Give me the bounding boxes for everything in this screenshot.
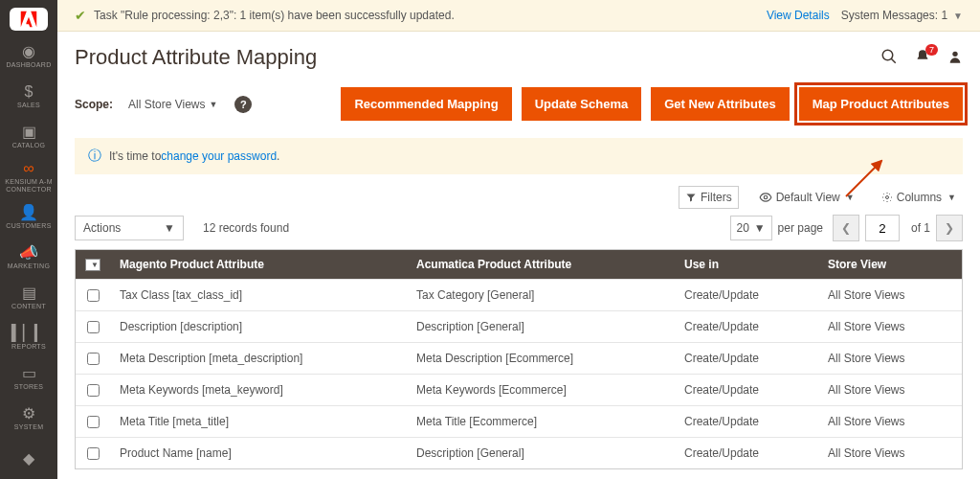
nav-label: SALES [17,102,40,109]
col-use-in[interactable]: Use in [675,250,818,279]
account-icon[interactable] [947,49,963,67]
change-password-link[interactable]: change your password [161,149,277,163]
nav-icon: ▭ [22,366,36,381]
columns-dropdown[interactable]: Columns▼ [875,186,963,209]
scope-label: Scope: [75,98,113,111]
cell-use-in: Create/Update [675,343,818,374]
map-product-attributes-button[interactable]: Map Product Attributes [799,87,963,121]
per-page-select[interactable]: 20▼ [730,216,772,240]
nav-icon: 👤 [19,205,38,220]
cell-acumatica: Meta Description [Ecommerce] [407,343,675,374]
default-view-dropdown[interactable]: Default View▼ [752,186,861,209]
caret-down-icon: ▼ [164,221,175,235]
row-checkbox[interactable] [87,321,100,333]
per-page-label: per page [778,221,823,235]
nav-label: STORES [14,383,43,391]
svg-line-1 [891,58,896,63]
recommended-mapping-button[interactable]: Recommended Mapping [341,87,511,121]
col-acumatica-attribute[interactable]: Acumatica Product Attribute [407,250,675,279]
page-number-input[interactable] [865,215,900,241]
nav-icon: ◉ [22,44,35,59]
actions-dropdown[interactable]: Actions▼ [75,216,184,240]
col-store-view[interactable]: Store View [818,250,962,279]
nav-kensium-a-m-connector[interactable]: ∞KENSIUM A-M CONNECTOR [0,157,57,197]
table-row: Meta Keywords [meta_keyword]Meta Keyword… [76,374,962,405]
row-checkbox[interactable] [87,289,100,302]
cell-magento: Meta Description [meta_description] [110,343,407,374]
notification-badge: 7 [925,44,938,57]
nav-customers[interactable]: 👤CUSTOMERS [0,197,57,238]
cell-acumatica: Description [General] [407,438,675,468]
filters-button[interactable]: Filters [679,186,739,209]
info-icon: ⓘ [88,148,101,165]
check-icon: ✔ [75,8,86,23]
col-magento-attribute[interactable]: Magento Product Attribute [110,250,407,279]
nav-item[interactable]: ◆ [0,439,57,479]
table-row: Meta Title [meta_title]Meta Title [Ecomm… [76,405,962,437]
help-icon[interactable]: ? [234,96,252,113]
nav-label: CATALOG [12,142,46,149]
grid-bar: Actions▼ 12 records found 20▼ per page ❮… [57,215,980,249]
cell-magento: Meta Keywords [meta_keyword] [110,375,407,405]
row-checkbox[interactable] [87,447,100,460]
nav-label: CUSTOMERS [6,222,51,230]
row-checkbox[interactable] [87,416,100,428]
nav-stores[interactable]: ▭STORES [0,358,57,399]
cell-acumatica: Tax Category [General] [407,280,675,310]
records-found: 12 records found [203,221,289,235]
row-checkbox[interactable] [87,384,100,397]
cell-magento: Description [description] [110,311,407,342]
grid-controls: Filters Default View▼ Columns▼ [57,186,980,215]
nav-reports[interactable]: ▍▏▎REPORTS [0,318,57,358]
admin-sidebar: ◉DASHBOARD$SALES▣CATALOG∞KENSIUM A-M CON… [0,0,57,479]
cell-store-view: All Store Views [818,343,962,374]
table-row: Meta Description [meta_description]Meta … [76,342,962,374]
cell-use-in: Create/Update [675,280,818,310]
svg-point-2 [952,51,957,56]
update-schema-button[interactable]: Update Schema [522,87,642,121]
notifications-icon[interactable]: 7 [915,49,930,67]
table-row: Tax Class [tax_class_id]Tax Category [Ge… [76,279,962,310]
info-alert: ⓘ It's time to change your password . [75,138,963,174]
svg-point-3 [764,195,768,199]
nav-sales[interactable]: $SALES [0,77,57,117]
row-checkbox[interactable] [87,353,100,365]
page-of-label: of 1 [911,221,930,235]
next-page-button[interactable]: ❯ [936,215,963,241]
select-all-checkbox[interactable]: ▼ [76,250,110,279]
nav-label: SYSTEM [14,423,44,431]
page-title: Product Attribute Mapping [75,45,880,70]
svg-point-4 [885,196,888,199]
nav-marketing[interactable]: 📣MARKETING [0,238,57,278]
nav-dashboard[interactable]: ◉DASHBOARD [0,36,57,77]
cell-store-view: All Store Views [818,280,962,310]
nav-icon: 📣 [19,245,38,261]
alert-text: Task "Rule processing: 2,3": 1 item(s) h… [94,9,455,22]
nav-label: CONTENT [11,303,46,310]
nav-system[interactable]: ⚙SYSTEM [0,399,57,439]
adobe-logo[interactable] [10,8,48,31]
page-header: Product Attribute Mapping 7 [57,32,980,80]
cell-acumatica: Meta Title [Ecommerce] [407,406,675,437]
chevron-down-icon: ▼ [953,11,963,21]
view-details-link[interactable]: View Details [767,9,830,22]
prev-page-button[interactable]: ❮ [833,215,859,241]
nav-label: DASHBOARD [6,61,51,69]
cell-use-in: Create/Update [675,375,818,405]
nav-icon: ▤ [22,285,36,301]
nav-catalog[interactable]: ▣CATALOG [0,117,57,157]
cell-use-in: Create/Update [675,406,818,437]
scope-selector[interactable]: All Store Views▼ [128,98,217,111]
nav-content[interactable]: ▤CONTENT [0,278,57,318]
nav-icon: ◆ [23,451,34,467]
page-toolbar: Scope: All Store Views▼ ? Recommended Ma… [57,80,980,138]
search-icon[interactable] [880,48,898,68]
cell-store-view: All Store Views [818,406,962,437]
system-messages[interactable]: System Messages: 1▼ [841,9,963,22]
get-new-attributes-button[interactable]: Get New Attributes [651,87,790,121]
grid-header: ▼ Magento Product Attribute Acumatica Pr… [76,250,962,279]
table-row: Product Name [name]Description [General]… [76,437,962,468]
main-content: ✔ Task "Rule processing: 2,3": 1 item(s)… [57,0,980,479]
nav-icon: ▣ [22,125,36,140]
nav-icon: ▍▏▎ [11,326,46,341]
